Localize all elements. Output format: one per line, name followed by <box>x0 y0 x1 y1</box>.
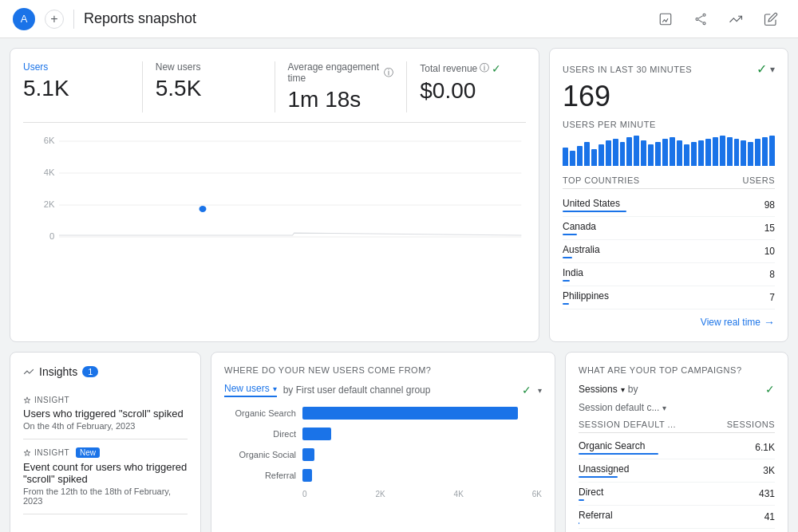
header: A + Reports snapshot <box>0 0 798 38</box>
sessions-bar <box>579 453 658 455</box>
country-count: 8 <box>769 269 775 280</box>
new-users-filter-row: New users ▾ by First user default channe… <box>224 383 542 397</box>
svg-text:0: 0 <box>49 232 54 241</box>
country-bar <box>563 211 626 212</box>
realtime-bar <box>748 142 753 166</box>
new-users-card: WHERE DO YOUR NEW USERS COME FROM? New u… <box>211 352 555 532</box>
country-row: India 8 <box>563 263 775 286</box>
country-row: Philippines 7 <box>563 286 775 309</box>
sessions-row: Unassigned 3K <box>579 459 775 483</box>
hbar-track <box>302 469 542 482</box>
metric-divider-2 <box>275 61 275 112</box>
country-name: Philippines <box>563 290 609 301</box>
country-name: India <box>563 267 583 278</box>
svg-text:2K: 2K <box>44 200 55 209</box>
svg-point-3 <box>703 22 705 24</box>
campaigns-check-icon: ✓ <box>765 383 775 396</box>
realtime-bar <box>655 142 661 166</box>
engagement-value: 1m 18s <box>288 87 394 112</box>
country-name-wrap: Canada <box>563 221 596 235</box>
sessions-bar <box>579 522 579 524</box>
hbar-track <box>302 407 542 420</box>
header-icons <box>651 5 785 33</box>
session-default-row: Session default c... ▾ <box>579 402 775 413</box>
hbar-fill <box>302 407 518 420</box>
sessions-list: Organic Search 6.1K Unassigned 3K Direct… <box>579 436 775 532</box>
sessions-value: 41 <box>764 511 775 522</box>
new-users-label: New users <box>156 61 262 73</box>
hbar-row: Referral <box>224 469 542 482</box>
bar-chart-axis: 02K4K6K <box>224 490 542 499</box>
insight-item: INSIGHT New Event count for users who tr… <box>23 439 188 514</box>
sessions-row: Direct 431 <box>579 483 775 506</box>
revenue-value: $0.00 <box>420 78 526 104</box>
realtime-bar <box>684 144 689 166</box>
engagement-info-icon[interactable]: ⓘ <box>384 66 393 80</box>
share-button[interactable] <box>686 5 715 33</box>
svg-text:4K: 4K <box>44 168 55 177</box>
top-row: Users 5.1K New users 5.5K Average engage… <box>10 48 788 342</box>
edit-chart-button[interactable] <box>651 5 680 33</box>
realtime-check-icon: ✓ <box>757 61 767 77</box>
revenue-label: Total revenue ⓘ ✓ <box>420 61 526 75</box>
axis-label: 4K <box>454 490 464 499</box>
sessions-dropdown-icon: ▾ <box>621 385 625 394</box>
add-button[interactable]: + <box>45 10 64 29</box>
realtime-bar <box>577 146 583 166</box>
arrow-right-icon: → <box>764 316 775 329</box>
insight-sub: From the 12th to the 18th of February, 2… <box>23 487 188 506</box>
svg-point-1 <box>703 14 705 16</box>
trending-button[interactable] <box>721 5 750 33</box>
country-bar <box>563 280 570 282</box>
metric-revenue: Total revenue ⓘ ✓ $0.00 <box>420 61 526 112</box>
session-default-dropdown-icon[interactable]: ▾ <box>662 404 666 412</box>
edit-button[interactable] <box>757 5 785 33</box>
campaigns-card: WHAT ARE YOUR TOP CAMPAIGNS? Sessions ▾ … <box>565 352 788 532</box>
main-content: Users 5.1K New users 5.5K Average engage… <box>0 38 798 532</box>
country-row: Australia 10 <box>563 240 775 263</box>
new-users-filter-button[interactable]: New users ▾ <box>224 383 277 397</box>
realtime-bar <box>570 151 575 166</box>
insight-sub: On the 4th of February, 2023 <box>23 421 188 431</box>
hbar-label: Organic Search <box>224 408 296 418</box>
insight-type-label: INSIGHT <box>34 396 69 404</box>
metric-engagement: Average engagement time ⓘ 1m 18s <box>288 61 394 112</box>
filter-by-label: by First user default channel group <box>283 384 431 396</box>
realtime-dropdown-icon[interactable]: ▾ <box>770 64 775 75</box>
hbar-row: Organic Search <box>224 407 542 420</box>
countries-header: TOP COUNTRIES USERS <box>563 175 775 189</box>
new-users-value: 5.5K <box>156 76 262 101</box>
insights-icon <box>23 366 34 377</box>
realtime-bar <box>591 149 597 166</box>
realtime-bar <box>563 148 568 166</box>
view-realtime-link[interactable]: View real time → <box>563 316 775 329</box>
realtime-bar <box>698 140 704 166</box>
svg-line-5 <box>698 15 702 18</box>
bottom-row: Insights 1 INSIGHT Users who triggered "… <box>10 352 788 532</box>
realtime-bar <box>648 144 654 166</box>
realtime-bar <box>620 142 626 166</box>
svg-text:6K: 6K <box>44 136 55 145</box>
hbar-fill <box>302 448 314 461</box>
horizontal-bar-chart: Organic Search Direct Organic Social Ref… <box>224 407 542 482</box>
insights-title: Insights <box>39 365 77 378</box>
sessions-name-wrap: Unassigned <box>579 463 629 478</box>
insight-sparkle-icon <box>23 449 31 457</box>
sessions-name: Unassigned <box>579 463 629 475</box>
realtime-bar <box>584 142 590 166</box>
metric-divider-1 <box>142 61 143 112</box>
filter-dropdown2-icon[interactable]: ▾ <box>538 386 542 395</box>
realtime-per-min: USERS PER MINUTE <box>563 120 775 129</box>
sessions-filter[interactable]: Sessions ▾ <box>579 384 625 395</box>
insight-type-label: INSIGHT <box>34 448 69 457</box>
realtime-bar <box>762 137 768 166</box>
hbar-track <box>302 428 542 440</box>
realtime-bar <box>598 144 604 166</box>
insight-text: Users who triggered "scroll" spiked <box>23 408 188 420</box>
revenue-info-icon[interactable]: ⓘ <box>480 61 489 75</box>
realtime-bar <box>626 137 632 166</box>
country-name: Canada <box>563 221 596 232</box>
sessions-value: 3K <box>763 465 775 476</box>
avatar: A <box>13 8 35 30</box>
insights-badge: 1 <box>82 366 98 377</box>
